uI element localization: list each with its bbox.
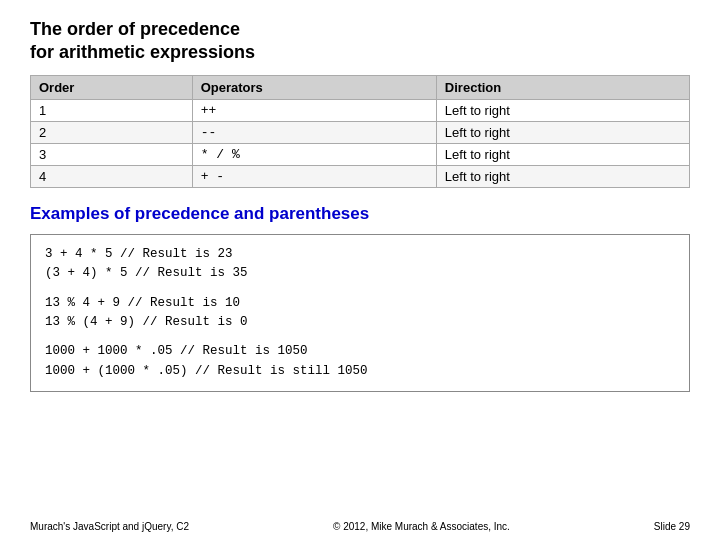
precedence-table: Order Operators Direction 1++Left to rig… (30, 75, 690, 188)
footer-right: Slide 29 (654, 521, 690, 532)
table-row: 1++Left to right (31, 99, 690, 121)
table-row: 2--Left to right (31, 121, 690, 143)
cell-direction: Left to right (436, 121, 689, 143)
cell-direction: Left to right (436, 143, 689, 165)
table-row: 3* / %Left to right (31, 143, 690, 165)
col-header-operators: Operators (192, 75, 436, 99)
footer: Murach's JavaScript and jQuery, C2 © 201… (0, 521, 720, 532)
cell-order: 4 (31, 165, 193, 187)
footer-left: Murach's JavaScript and jQuery, C2 (30, 521, 189, 532)
example-line: 13 % 4 + 9 // Result is 10 (45, 294, 675, 313)
example-group: 13 % 4 + 9 // Result is 1013 % (4 + 9) /… (45, 294, 675, 333)
section-title: The order of precedence for arithmetic e… (30, 18, 690, 65)
example-group: 1000 + 1000 * .05 // Result is 10501000 … (45, 342, 675, 381)
example-group: 3 + 4 * 5 // Result is 23(3 + 4) * 5 // … (45, 245, 675, 284)
examples-box: 3 + 4 * 5 // Result is 23(3 + 4) * 5 // … (30, 234, 690, 392)
examples-title: Examples of precedence and parentheses (30, 204, 690, 224)
cell-operators: * / % (192, 143, 436, 165)
example-line: 13 % (4 + 9) // Result is 0 (45, 313, 675, 332)
cell-direction: Left to right (436, 99, 689, 121)
col-header-order: Order (31, 75, 193, 99)
cell-operators: ++ (192, 99, 436, 121)
col-header-direction: Direction (436, 75, 689, 99)
cell-order: 3 (31, 143, 193, 165)
title-line2: for arithmetic expressions (30, 42, 255, 62)
cell-order: 1 (31, 99, 193, 121)
example-line: 3 + 4 * 5 // Result is 23 (45, 245, 675, 264)
example-line: 1000 + 1000 * .05 // Result is 1050 (45, 342, 675, 361)
footer-center: © 2012, Mike Murach & Associates, Inc. (333, 521, 510, 532)
title-line1: The order of precedence (30, 19, 240, 39)
cell-order: 2 (31, 121, 193, 143)
example-line: 1000 + (1000 * .05) // Result is still 1… (45, 362, 675, 381)
cell-direction: Left to right (436, 165, 689, 187)
table-row: 4+ -Left to right (31, 165, 690, 187)
cell-operators: -- (192, 121, 436, 143)
page-wrapper: The order of precedence for arithmetic e… (0, 0, 720, 540)
cell-operators: + - (192, 165, 436, 187)
example-line: (3 + 4) * 5 // Result is 35 (45, 264, 675, 283)
